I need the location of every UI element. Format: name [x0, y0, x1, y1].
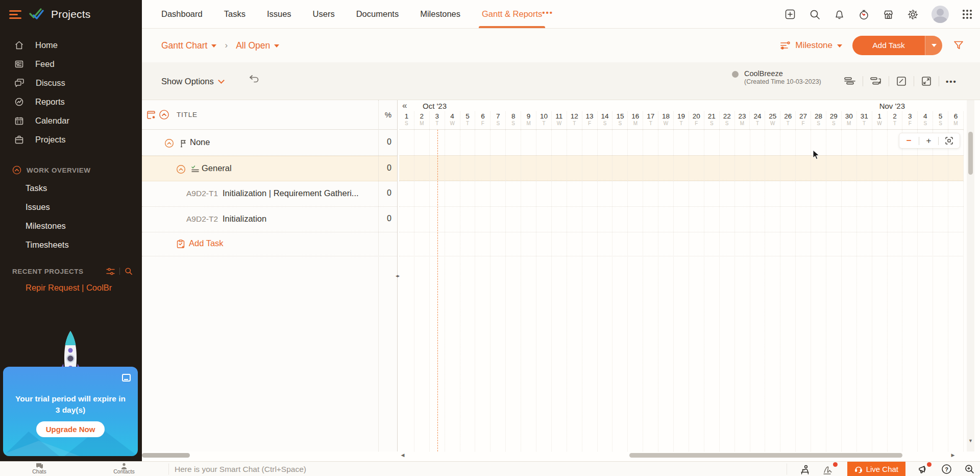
add-task-split-button[interactable]: Add Task [852, 36, 942, 55]
project-search-icon[interactable] [125, 267, 133, 275]
sidebar-item-label: Discuss [36, 78, 65, 88]
tab-issues[interactable]: Issues [267, 0, 291, 28]
work-overview-header[interactable]: WORK OVERVIEW [0, 161, 142, 179]
more-tabs-button[interactable]: ••• [542, 8, 553, 20]
task-panel-hscroll-thumb[interactable] [142, 453, 190, 458]
scroll-right-button[interactable]: ▶ [949, 453, 957, 458]
task-row-general[interactable]: General0 [142, 156, 397, 181]
add-task-row[interactable]: Add Task [142, 232, 397, 256]
day-of-week: W [445, 121, 460, 126]
scroll-down-button[interactable]: ▼ [967, 437, 974, 444]
upgrade-now-button[interactable]: Upgrade Now [36, 421, 105, 437]
tab-gantt-reports[interactable]: Gantt & Reports [482, 0, 542, 28]
chats-tab[interactable]: Chats [21, 462, 57, 474]
group-by-milestone-dropdown[interactable]: Milestone [780, 40, 842, 51]
table-settings-icon[interactable] [146, 110, 156, 120]
task-flow-icon[interactable] [863, 76, 889, 86]
task-id: A9D2-T1 [186, 189, 218, 198]
tab-tasks[interactable]: Tasks [224, 0, 246, 28]
task-percent: 0 [374, 137, 391, 147]
zoom-in-button[interactable]: + [925, 136, 932, 145]
settings-gear-icon[interactable] [907, 9, 919, 20]
breadcrumb-gantt-chart[interactable]: Gantt Chart [161, 40, 216, 51]
sidebar-item-feed[interactable]: Feed [0, 55, 142, 74]
day-of-week: T [430, 121, 445, 126]
day-of-week: T [567, 121, 582, 126]
work-overview-item-issues[interactable]: Issues [0, 198, 142, 217]
smart-chat-input[interactable]: Here is your Smart Chat (Ctrl+Space) [175, 462, 736, 476]
vertical-scrollbar: ▼ [967, 100, 974, 451]
timeline-months: Oct '23Nov '23 [399, 100, 964, 111]
breadcrumb-all-open[interactable]: All Open [236, 40, 279, 51]
task-row-none[interactable]: None0 [142, 130, 397, 156]
critical-path-icon[interactable] [889, 76, 914, 87]
show-options-dropdown[interactable]: Show Options [161, 62, 224, 100]
day-column [780, 130, 796, 451]
contacts-tab[interactable]: Contacts [106, 462, 142, 474]
more-options-icon[interactable]: ••• [939, 77, 964, 86]
sidebar-item-discuss[interactable]: Discuss [0, 74, 142, 92]
project-filter-icon[interactable] [106, 268, 115, 275]
help-icon[interactable]: ? [941, 464, 952, 474]
sidebar-item-calendar[interactable]: Calendar [0, 111, 142, 130]
zoom-search-icon[interactable] [964, 464, 975, 474]
fullscreen-expand-icon[interactable] [914, 76, 939, 87]
work-overview-item-milestones[interactable]: Milestones [0, 217, 142, 235]
apps-grid-icon[interactable] [962, 9, 973, 20]
tab-documents[interactable]: Documents [356, 0, 399, 28]
day-column [552, 130, 567, 451]
day-number: 24 [750, 112, 765, 120]
percent-column-divider [378, 100, 379, 451]
sidebar-item-projects[interactable]: Projects [0, 130, 142, 149]
signature-icon[interactable] [823, 464, 835, 474]
tab-users[interactable]: Users [313, 0, 335, 28]
recent-project-link[interactable]: Repir Request | CoolBr [26, 283, 139, 293]
tab-milestones[interactable]: Milestones [420, 0, 460, 28]
user-avatar[interactable] [932, 6, 949, 23]
horizontal-scrollbar-thumb[interactable] [629, 453, 902, 458]
day-of-week: M [735, 121, 750, 126]
notifications-bell-icon[interactable] [834, 9, 845, 20]
undo-icon[interactable] [248, 74, 260, 85]
day-number: 2 [888, 112, 902, 120]
collapse-all-icon[interactable] [159, 109, 169, 120]
sidebar-item-label: Home [35, 40, 58, 50]
zoom-fit-button[interactable] [945, 136, 953, 145]
add-task-button[interactable]: Add Task [852, 36, 925, 55]
live-chat-button[interactable]: Live Chat [847, 462, 905, 476]
task-row-a9d2-t2[interactable]: A9D2-T2Initialization0 [142, 207, 397, 232]
tab-dashboard[interactable]: Dashboard [161, 0, 203, 28]
day-column [399, 130, 414, 451]
day-column [888, 130, 903, 451]
day-header-cell: 20F [689, 111, 704, 129]
add-task-dropdown-button[interactable] [925, 36, 942, 55]
day-header-cell: 6F [475, 111, 491, 129]
day-number: 12 [567, 112, 582, 120]
collapse-section-icon[interactable] [12, 165, 21, 175]
vertical-scrollbar-thumb[interactable] [968, 132, 973, 175]
collapse-row-icon[interactable] [176, 164, 186, 174]
search-icon[interactable] [809, 9, 821, 20]
work-overview-item-tasks[interactable]: Tasks [0, 179, 142, 198]
hamburger-menu-icon[interactable] [9, 10, 21, 19]
reception-desk-icon[interactable] [799, 464, 811, 475]
quick-add-icon[interactable] [784, 8, 796, 20]
minimize-banner-icon[interactable] [122, 374, 131, 382]
marketplace-store-icon[interactable] [883, 9, 894, 20]
day-header-cell: 1W [872, 111, 888, 129]
scroll-left-button[interactable]: ◀ [399, 453, 406, 458]
sidebar-item-reports[interactable]: Reports [0, 92, 142, 111]
day-header-cell: 17T [643, 111, 658, 129]
scroll-timeline-left-icon[interactable]: « [402, 101, 407, 111]
compact-rows-icon[interactable] [837, 76, 863, 86]
collapse-row-icon[interactable] [164, 138, 174, 148]
work-overview-item-timesheets[interactable]: Timesheets [0, 235, 142, 254]
timer-icon[interactable] [858, 9, 870, 20]
sidebar-item-home[interactable]: Home [0, 36, 142, 55]
filter-funnel-icon[interactable] [952, 39, 965, 52]
task-row-a9d2-t1[interactable]: A9D2-T1Initialization | Requirement Gath… [142, 181, 397, 207]
day-number: 31 [857, 112, 872, 120]
chatbar-divider [168, 464, 169, 474]
announcements-megaphone-icon[interactable] [918, 464, 929, 474]
zoom-out-button[interactable]: − [905, 136, 913, 145]
